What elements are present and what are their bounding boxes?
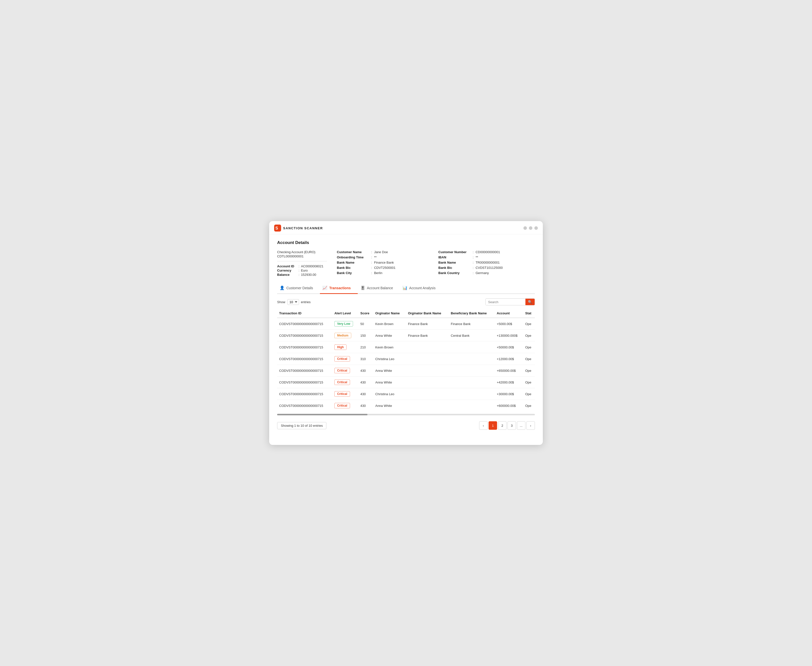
r-bank-name-label: Bank Name	[438, 260, 471, 264]
alert-badge[interactable]: Critical	[334, 391, 350, 397]
scroll-thumb	[277, 414, 368, 415]
alert-badge[interactable]: Critical	[334, 368, 350, 373]
page-title: Account Details	[277, 240, 535, 245]
tab-account-analysis[interactable]: 📊 Account Analysis	[400, 282, 442, 294]
currency-row: Currency : Euro	[277, 269, 327, 272]
app-window: S SANCTION SCANNER Account Details Check…	[269, 221, 543, 445]
tab-transactions-label: Transactions	[329, 286, 350, 290]
cell-originator-bank	[406, 400, 449, 412]
cell-status: Ope	[523, 365, 535, 376]
iban-value: **	[476, 256, 478, 259]
tab-customer-details[interactable]: 👤 Customer Details	[277, 282, 320, 294]
cell-status: Ope	[523, 400, 535, 412]
alert-badge[interactable]: Critical	[334, 379, 350, 385]
page-2-btn[interactable]: 2	[498, 421, 507, 430]
bank-bic-row: Bank Bic : CDVT2500001	[337, 266, 433, 270]
cell-beneficiary-bank	[449, 376, 495, 388]
cell-score: 50	[358, 318, 373, 330]
customer-section: Customer Name : Jane Doe Onboarding Time…	[337, 250, 433, 277]
alert-badge[interactable]: High	[334, 345, 347, 350]
search-button[interactable]: 🔍	[525, 299, 535, 305]
cell-status: Ope	[523, 376, 535, 388]
bank-name-value: Finance Bank	[374, 260, 394, 264]
table-row: CODVST00000000000000715 Critical 430 Ann…	[277, 376, 535, 388]
win-btn-3	[535, 226, 538, 230]
table-row: CODVST00000000000000715 Critical 430 Chr…	[277, 388, 535, 400]
account-primary: Checking Account (EURO) CDTL0000000001 A…	[277, 250, 327, 277]
search-input[interactable]	[485, 299, 525, 305]
cell-beneficiary-bank	[449, 353, 495, 365]
alert-badge[interactable]: Very Low	[334, 321, 353, 326]
account-id-value: AC0000008021	[301, 264, 323, 268]
table-wrapper: Transaction ID Alert Level Score Orginat…	[277, 309, 535, 411]
cell-status: Ope	[523, 330, 535, 341]
cell-beneficiary-bank	[449, 388, 495, 400]
page-1-btn[interactable]: 1	[489, 421, 497, 430]
cust-name-row: Customer Name : Jane Doe	[337, 250, 433, 254]
account-analysis-icon: 📊	[403, 285, 408, 290]
table-row: CODVST00000000000000715 Critical 310 Chr…	[277, 353, 535, 365]
cell-score: 430	[358, 365, 373, 376]
col-score: Score	[358, 309, 373, 318]
bank-name-row: Bank Name : Finance Bank	[337, 260, 433, 264]
cell-alert-level: Critical	[332, 353, 358, 365]
account-id-row: Account ID : AC0000008021	[277, 264, 327, 268]
bank-bic-value: CDVT2500001	[374, 266, 396, 270]
scroll-indicator	[277, 414, 535, 415]
cell-beneficiary-bank	[449, 400, 495, 412]
onboarding-value: **	[374, 256, 377, 259]
alert-badge[interactable]: Critical	[334, 403, 350, 408]
tab-account-balance[interactable]: 🎚️ Account Balance	[358, 282, 400, 294]
page-ellipsis-btn[interactable]: ...	[517, 421, 525, 430]
entries-select[interactable]: 10 25 50	[287, 299, 299, 305]
cell-originator-name: Anna White	[373, 376, 406, 388]
page-next-btn[interactable]: ›	[526, 421, 535, 430]
cell-score: 430	[358, 376, 373, 388]
cell-account: +30000.00$	[495, 388, 523, 400]
iban-label: IBAN	[438, 256, 471, 259]
cell-originator-bank	[406, 353, 449, 365]
cell-score: 430	[358, 388, 373, 400]
search-box: 🔍	[485, 298, 535, 305]
cell-account: +130000.000$	[495, 330, 523, 341]
r-bank-bic-row: Bank Bic : CVDST101125000	[438, 266, 535, 270]
cell-originator-name: Christina Leo	[373, 388, 406, 400]
account-id-colon: :	[299, 264, 300, 268]
cell-transaction-id: CODVST00000000000000715	[277, 376, 332, 388]
show-entries: Show 10 25 50 entries	[277, 299, 311, 305]
bank-country-value: Germany	[476, 271, 489, 275]
cell-beneficiary-bank	[449, 365, 495, 376]
cell-score: 150	[358, 330, 373, 341]
alert-badge[interactable]: Critical	[334, 356, 350, 362]
logo: S SANCTION SCANNER	[274, 224, 323, 232]
cell-status: Ope	[523, 318, 535, 330]
cell-originator-name: Anna White	[373, 330, 406, 341]
main-content: Account Details Checking Account (EURO) …	[269, 234, 543, 436]
balance-label: Balance	[277, 273, 297, 277]
cell-transaction-id: CODVST00000000000000715	[277, 400, 332, 412]
cell-beneficiary-bank	[449, 341, 495, 353]
cell-status: Ope	[523, 341, 535, 353]
cell-originator-name: Anna White	[373, 365, 406, 376]
titlebar: S SANCTION SCANNER	[269, 221, 543, 234]
page-3-btn[interactable]: 3	[507, 421, 516, 430]
cell-alert-level: Critical	[332, 376, 358, 388]
cell-alert-level: Critical	[332, 400, 358, 412]
table-row: CODVST00000000000000715 Critical 430 Ann…	[277, 365, 535, 376]
logo-icon: S	[274, 224, 281, 232]
cell-transaction-id: CODVST00000000000000715	[277, 318, 332, 330]
tab-account-analysis-label: Account Analysis	[409, 286, 436, 290]
alert-badge[interactable]: Medium	[334, 333, 351, 338]
cell-account: +650000.00$	[495, 365, 523, 376]
cell-originator-name: Kevin Brown	[373, 318, 406, 330]
cust-num-label: Customer Number	[438, 250, 471, 254]
cell-transaction-id: CODVST00000000000000715	[277, 365, 332, 376]
win-btn-1	[523, 226, 527, 230]
r-bank-name-value: TR00000000001	[476, 260, 500, 264]
balance-row: Balance : 152930.00	[277, 273, 327, 277]
tab-transactions[interactable]: 📈 Transactions	[320, 282, 358, 294]
page-prev-btn[interactable]: ‹	[479, 421, 488, 430]
balance-colon: :	[299, 273, 300, 277]
cell-transaction-id: CODVST00000000000000715	[277, 341, 332, 353]
app-name: SANCTION SCANNER	[283, 226, 323, 230]
